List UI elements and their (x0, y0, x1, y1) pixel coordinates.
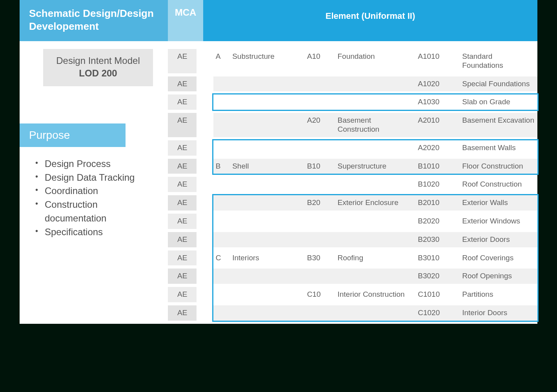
table-cell: AE (168, 287, 197, 302)
table-cell: B1020 (415, 177, 460, 192)
table-cell: Basement Construction (335, 113, 415, 137)
table-cell (197, 287, 213, 302)
table-row: AEA1020Special Foundations (168, 76, 537, 92)
table-cell: Slab on Grade (460, 94, 537, 110)
table-cell (305, 76, 335, 92)
table-cell: Interior Construction (335, 287, 415, 302)
table-cell (230, 177, 305, 192)
body-row: Design Intent Model LOD 200 Purpose Desi… (20, 41, 537, 324)
table-cell (305, 140, 335, 156)
table-cell: B20 (305, 195, 335, 211)
table-cell (197, 232, 213, 247)
table-cell (213, 232, 230, 247)
table-cell: C1020 (415, 305, 460, 321)
table-cell (305, 305, 335, 321)
header-sdd: Schematic Design/Design Developement (20, 0, 168, 41)
table-cell: Foundation (335, 49, 415, 73)
element-table: AEASubstructureA10FoundationA1010Standar… (168, 46, 537, 324)
table-cell: AE (168, 232, 197, 247)
table-cell (213, 94, 230, 110)
table-cell (230, 287, 305, 302)
table-cell (197, 94, 213, 110)
table-cell: Roof Coverings (460, 250, 537, 266)
table-cell (197, 250, 213, 266)
table-cell: C1010 (415, 287, 460, 302)
table-cell: AE (168, 195, 197, 211)
table-cell (335, 269, 415, 284)
table-cell (335, 177, 415, 192)
table-cell: B10 (305, 159, 335, 174)
table-cell (335, 76, 415, 92)
table-cell: B2020 (415, 214, 460, 229)
table-cell (335, 305, 415, 321)
element-table-wrap: AEASubstructureA10FoundationA1010Standar… (168, 41, 537, 324)
table-cell: Basement Excavation (460, 113, 537, 137)
table-cell: C10 (305, 287, 335, 302)
table-cell (213, 177, 230, 192)
table-cell: A20 (305, 113, 335, 137)
table-cell: B3010 (415, 250, 460, 266)
table-row: AEC10Interior ConstructionC1010Partition… (168, 287, 537, 302)
header-mca: MCA (168, 0, 203, 41)
table-cell: A2010 (415, 113, 460, 137)
table-cell (230, 232, 305, 247)
table-cell (335, 214, 415, 229)
table-row: AEASubstructureA10FoundationA1010Standar… (168, 49, 537, 73)
table-cell: AE (168, 94, 197, 110)
table-cell (197, 305, 213, 321)
table-cell: AE (168, 305, 197, 321)
table-cell: AE (168, 76, 197, 92)
table-cell (230, 269, 305, 284)
table-cell (213, 113, 230, 137)
table-cell: B3020 (415, 269, 460, 284)
table-cell: Superstructure (335, 159, 415, 174)
table-cell: AE (168, 140, 197, 156)
table-cell: AE (168, 159, 197, 174)
table-row: AEC1020Interior Doors (168, 305, 537, 321)
dim-line1: Design Intent Model (56, 55, 140, 66)
table-row: AEB20Exterior EnclosureB2010Exterior Wal… (168, 195, 537, 211)
table-cell (213, 305, 230, 321)
table-cell (213, 195, 230, 211)
table-cell: Roofing (335, 250, 415, 266)
table-cell (213, 214, 230, 229)
purpose-heading: Purpose (20, 123, 126, 147)
table-cell: A1020 (415, 76, 460, 92)
table-cell (230, 140, 305, 156)
table-cell: B (213, 159, 230, 174)
purpose-list: Design ProcessDesign Data TrackingCoordi… (20, 157, 153, 239)
purpose-item: Construction documentation (35, 198, 153, 225)
table-cell: B2030 (415, 232, 460, 247)
table-cell: B2010 (415, 195, 460, 211)
table-cell: AE (168, 269, 197, 284)
table-row: AEB2030Exterior Doors (168, 232, 537, 247)
table-cell (197, 76, 213, 92)
table-row: AEB1020Roof Construction (168, 177, 537, 192)
table-cell (197, 177, 213, 192)
table-cell (197, 113, 213, 137)
table-cell: A1010 (415, 49, 460, 73)
table-row: AEBShellB10SuperstructureB1010Floor Cons… (168, 159, 537, 174)
table-cell (230, 305, 305, 321)
table-cell (230, 195, 305, 211)
table-row: AEA2020Basement Walls (168, 140, 537, 156)
table-row: AEB2020Exterior Windows (168, 214, 537, 229)
table-cell: Exterior Walls (460, 195, 537, 211)
table-cell (213, 269, 230, 284)
table-cell (230, 94, 305, 110)
table-cell (197, 195, 213, 211)
table-cell (305, 269, 335, 284)
table-cell: AE (168, 214, 197, 229)
document-canvas: Schematic Design/Design Developement MCA… (20, 0, 537, 324)
table-cell: Basement Walls (460, 140, 537, 156)
table-cell (213, 287, 230, 302)
table-cell: Roof Construction (460, 177, 537, 192)
table-cell: Substructure (230, 49, 305, 73)
table-cell: Special Foundations (460, 76, 537, 92)
table-row: AECInteriorsB30RoofingB3010Roof Covering… (168, 250, 537, 266)
table-row: AEB3020Roof Openings (168, 269, 537, 284)
table-cell (197, 214, 213, 229)
table-cell (197, 269, 213, 284)
table-cell: C (213, 250, 230, 266)
table-cell (230, 113, 305, 137)
